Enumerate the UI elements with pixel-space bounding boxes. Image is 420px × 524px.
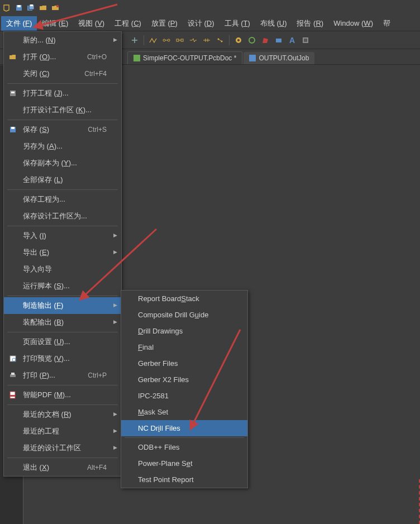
menu-item[interactable]: 关闭 (C)Ctrl+F4 xyxy=(4,65,121,82)
menu-item[interactable]: 导出 (E)▶ xyxy=(4,244,121,261)
submenu-item[interactable]: Final xyxy=(121,339,247,355)
component-icon[interactable] xyxy=(299,34,312,46)
submenu-item[interactable]: Composite Drill Guide xyxy=(121,307,247,323)
menu-label: 打开设计工作区 (K)... xyxy=(20,105,111,115)
submenu-item[interactable]: Gerber Files xyxy=(121,355,247,371)
text-tool-icon[interactable]: A xyxy=(286,34,298,46)
menu-item[interactable]: 打开工程 (J)... xyxy=(4,85,121,102)
rect-icon[interactable] xyxy=(273,34,285,46)
menu-separator xyxy=(7,296,118,296)
submenu-arrow-icon xyxy=(111,73,119,74)
menu-item[interactable]: 页面设置 (U)... xyxy=(4,334,121,350)
menu-item[interactable]: 保存 (S)Ctrl+S xyxy=(4,121,121,138)
menu-item[interactable]: 设计 (D) xyxy=(183,16,219,31)
submenu-item[interactable]: IPC-2581 xyxy=(121,388,247,404)
menu-item[interactable]: 帮 xyxy=(378,16,395,31)
menu-label: 保存工程为... xyxy=(20,194,111,204)
menu-item[interactable]: 智能PDF (M)... xyxy=(4,387,121,403)
app-logo-icon[interactable] xyxy=(2,3,11,12)
menu-item[interactable]: Window (W) xyxy=(328,17,378,30)
project-icon-icon xyxy=(6,89,20,97)
net-icon-6[interactable] xyxy=(214,34,226,46)
menu-item[interactable]: 保存副本为 (Y)... xyxy=(4,155,121,172)
menu-item[interactable]: 最近的文档 (R)▶ xyxy=(4,406,121,423)
menu-label: 制造输出 (F) xyxy=(20,301,111,311)
save-all-icon[interactable] xyxy=(27,3,36,12)
menu-item[interactable]: 文件 (F) xyxy=(1,16,37,31)
submenu-arrow-icon xyxy=(111,146,119,147)
dashed-region xyxy=(409,479,420,524)
menu-item[interactable]: 打印 (P)...Ctrl+P xyxy=(4,367,121,384)
submenu-arrow-icon xyxy=(111,269,119,270)
preview-icon-icon xyxy=(6,355,20,363)
submenu-arrow-icon xyxy=(111,109,119,111)
menu-item[interactable]: 最近的工程▶ xyxy=(4,423,121,440)
menu-item[interactable]: 装配输出 (B)▶ xyxy=(4,314,121,331)
submenu-item[interactable]: Test Point Report xyxy=(121,471,247,488)
menu-label: 导入 (I) xyxy=(20,231,111,241)
pad-icon[interactable] xyxy=(246,34,258,46)
net-icon-4[interactable] xyxy=(187,34,199,46)
via-icon[interactable] xyxy=(232,34,245,46)
menu-item[interactable]: 放置 (P) xyxy=(146,16,183,31)
menu-item[interactable]: 最近的设计工作区▶ xyxy=(4,440,121,456)
poly-icon[interactable] xyxy=(259,34,271,46)
submenu-arrow-icon xyxy=(111,56,119,58)
menu-item[interactable]: 保存工程为... xyxy=(4,191,121,208)
tool-plus-icon[interactable] xyxy=(128,34,141,46)
submenu-item[interactable]: Drill Drawings xyxy=(121,323,247,339)
submenu-arrow-icon xyxy=(111,341,119,342)
svg-rect-15 xyxy=(276,39,281,42)
submenu-arrow-icon: ▶ xyxy=(111,37,119,44)
svg-rect-19 xyxy=(249,55,256,61)
submenu-item[interactable]: ODB++ Files xyxy=(121,439,247,455)
submenu-item[interactable]: Gerber X2 Files xyxy=(121,371,247,388)
submenu-arrow-icon: ▶ xyxy=(111,445,119,451)
menu-item[interactable]: 视图 (V) xyxy=(73,16,109,31)
menu-item[interactable]: 导入向导 xyxy=(4,261,121,278)
menu-item[interactable]: 打开 (O)...Ctrl+O xyxy=(4,49,121,65)
menu-shortcut: Ctrl+S xyxy=(88,126,111,134)
net-icon-5[interactable] xyxy=(201,34,213,46)
menu-item[interactable]: 布线 (U) xyxy=(255,16,292,31)
menu-bar: 文件 (F)编辑 (E)视图 (V)工程 (C)放置 (P)设计 (D)工具 (… xyxy=(0,16,420,31)
menu-item[interactable]: 保存设计工作区为... xyxy=(4,208,121,225)
menu-item[interactable]: 制造输出 (F)▶ xyxy=(4,297,121,314)
tab-outjob[interactable]: OUTPUT.OutJob xyxy=(244,52,314,64)
save-icon[interactable] xyxy=(15,3,23,12)
tab-pcbdoc[interactable]: SimpleFOC-OUTPUT.PcbDoc * xyxy=(127,51,242,64)
menu-item[interactable]: 新的... (N)▶ xyxy=(4,32,121,49)
net-icon-2[interactable] xyxy=(160,34,173,46)
menu-item[interactable]: 报告 (R) xyxy=(292,16,328,31)
menu-item[interactable]: 打开设计工作区 (K)... xyxy=(4,102,121,118)
menu-item[interactable]: 工具 (T) xyxy=(219,16,255,31)
submenu-arrow-icon: ▶ xyxy=(111,302,119,309)
menu-label: 另存为 (A)... xyxy=(20,141,111,151)
menu-item[interactable]: 退出 (X)Alt+F4 xyxy=(4,459,121,476)
svg-rect-1 xyxy=(17,5,21,7)
submenu-item[interactable]: NC Drill Files xyxy=(121,420,247,436)
menu-item[interactable]: 运行脚本 (S)... xyxy=(4,278,121,294)
menu-item[interactable]: 工程 (C) xyxy=(109,16,146,31)
menu-item[interactable]: 全部保存 (L) xyxy=(4,172,121,188)
submenu-arrow-icon: ▶ xyxy=(111,232,119,239)
submenu-item[interactable]: Power-Plane Set xyxy=(121,455,247,471)
menu-item[interactable]: 另存为 (A)... xyxy=(4,138,121,155)
open-project-icon[interactable] xyxy=(51,3,60,12)
menu-item[interactable]: 导入 (I)▶ xyxy=(4,227,121,244)
menu-item[interactable]: 打印预览 (V)... xyxy=(4,350,121,367)
menu-label: 导出 (E) xyxy=(20,247,111,258)
submenu-arrow-icon xyxy=(111,163,119,164)
submenu-arrow-icon: ▶ xyxy=(111,411,119,418)
svg-rect-17 xyxy=(304,39,307,42)
menu-separator xyxy=(7,189,118,190)
net-icon-3[interactable] xyxy=(174,34,186,46)
submenu-item[interactable]: Report Board Stack xyxy=(121,290,247,307)
net-icon-1[interactable] xyxy=(147,34,159,46)
svg-point-6 xyxy=(163,39,165,41)
pdf-icon-icon xyxy=(6,391,20,399)
menu-item[interactable]: 编辑 (E) xyxy=(37,16,73,31)
tab-label: OUTPUT.OutJob xyxy=(259,54,309,62)
open-folder-icon[interactable] xyxy=(39,3,48,12)
submenu-item[interactable]: Mask Set xyxy=(121,404,247,420)
